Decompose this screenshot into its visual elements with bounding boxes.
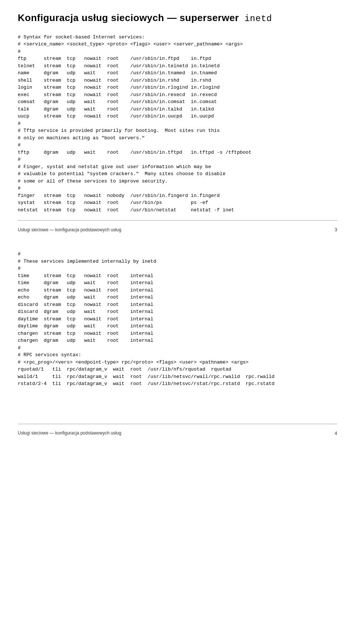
footer2-right-inline: 4 — [335, 430, 337, 437]
title-bold: Konfiguracja usług sieciowych — superser… — [18, 12, 239, 23]
title-mono: inetd — [239, 14, 272, 24]
footer2-left-inline: Usługi sieciowe — konfiguracja podstawow… — [18, 430, 121, 436]
page: Konfiguracja usług sieciowych — superser… — [0, 0, 355, 644]
top-code-block: # Syntax for socket-based Internet servi… — [18, 34, 337, 214]
section-divider-2 — [18, 424, 337, 424]
page-content: Konfiguracja usług sieciowych — superser… — [0, 0, 355, 440]
footer1-left-inline: Usługi sieciowe — konfiguracja podstawow… — [18, 227, 121, 233]
bottom-spacer — [18, 388, 337, 417]
footer1-right-inline: 3 — [335, 226, 337, 234]
bottom-code-block: # # These services implemented internall… — [18, 251, 337, 388]
section-spacer-1 — [18, 237, 337, 251]
page-title: Konfiguracja usług sieciowych — superser… — [18, 11, 337, 25]
section-divider-1 — [18, 220, 337, 221]
